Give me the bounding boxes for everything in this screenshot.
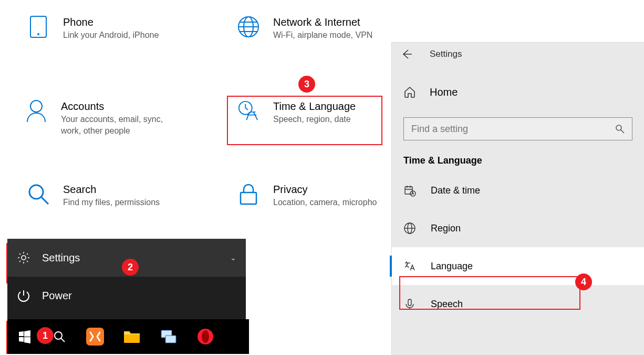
taskbar-app-explorer[interactable] <box>113 319 150 354</box>
svg-point-7 <box>30 100 42 112</box>
svg-line-22 <box>621 130 624 133</box>
globe-icon <box>403 222 416 235</box>
svg-point-1 <box>37 33 39 35</box>
taskbar-app-xampp[interactable] <box>77 319 113 354</box>
start-menu-panel: Settings ⌄ Power <box>7 239 246 319</box>
sidebar-item-datetime[interactable]: Date & time <box>392 171 644 209</box>
svg-point-21 <box>616 125 621 130</box>
search-input[interactable] <box>411 124 615 135</box>
sidebar-item-region[interactable]: Region <box>392 209 644 247</box>
svg-rect-16 <box>124 334 140 343</box>
svg-point-20 <box>202 330 209 343</box>
phone-icon <box>27 16 49 38</box>
search-icon <box>53 330 66 343</box>
sidebar-home-label: Home <box>430 86 458 98</box>
sidebar-section-title: Time & Language <box>392 140 644 171</box>
language-icon <box>403 260 416 272</box>
sidebar-item-label: Language <box>431 261 473 272</box>
time-language-icon <box>237 100 259 122</box>
lock-icon <box>237 183 259 205</box>
home-icon <box>403 86 416 98</box>
category-desc: Wi-Fi, airplane mode, VPN <box>273 29 372 41</box>
sidebar-header: Settings <box>392 43 644 66</box>
svg-rect-18 <box>165 336 176 343</box>
step-badge-1: 1 <box>37 327 54 344</box>
windows-icon <box>18 330 32 343</box>
category-network[interactable]: Network & Internet Wi-Fi, airplane mode,… <box>237 16 372 41</box>
svg-rect-15 <box>86 328 104 346</box>
category-desc: Speech, region, date <box>273 114 356 125</box>
svg-rect-23 <box>405 187 412 194</box>
svg-point-9 <box>29 185 43 199</box>
step-badge-2: 2 <box>122 259 139 276</box>
start-power-item[interactable]: Power <box>7 277 246 315</box>
search-icon <box>27 183 49 205</box>
category-search[interactable]: Search Find my files, permissions <box>27 183 160 208</box>
highlight-box-4 <box>399 276 580 310</box>
category-title: Accounts <box>61 100 171 113</box>
category-desc: Your accounts, email, sync, work, other … <box>61 114 171 136</box>
category-title: Time & Language <box>273 100 356 113</box>
globe-icon <box>237 16 259 38</box>
category-title: Privacy <box>273 183 377 196</box>
gear-icon <box>17 251 30 265</box>
start-power-label: Power <box>42 290 72 302</box>
category-phone[interactable]: Phone Link your Android, iPhone <box>27 16 159 41</box>
taskbar-app-generic[interactable] <box>150 319 187 354</box>
step-badge-4: 4 <box>575 273 592 290</box>
category-accounts[interactable]: Accounts Your accounts, email, sync, wor… <box>25 100 183 136</box>
category-desc: Find my files, permissions <box>63 197 160 208</box>
sidebar-title: Settings <box>430 49 462 59</box>
category-title: Network & Internet <box>273 16 372 28</box>
category-time-language[interactable]: Time & Language Speech, region, date <box>237 100 356 125</box>
category-title: Search <box>63 183 160 196</box>
sidebar-search[interactable] <box>403 117 632 140</box>
start-settings-label: Settings <box>42 252 80 264</box>
xampp-icon <box>86 328 104 346</box>
power-icon <box>17 289 30 302</box>
folder-icon <box>123 329 141 344</box>
computer-icon <box>160 329 177 344</box>
datetime-icon <box>403 184 416 197</box>
person-icon <box>25 100 47 122</box>
svg-rect-11 <box>241 192 256 204</box>
svg-line-14 <box>61 338 65 342</box>
sidebar-home[interactable]: Home <box>392 76 644 108</box>
svg-point-13 <box>55 332 62 339</box>
category-privacy[interactable]: Privacy Location, camera, micropho <box>237 183 377 208</box>
sidebar-item-label: Region <box>431 223 461 234</box>
category-desc: Link your Android, iPhone <box>63 29 159 41</box>
chevron-down-icon: ⌄ <box>230 253 236 262</box>
opera-icon <box>197 328 214 345</box>
search-icon <box>615 124 625 134</box>
category-desc: Location, camera, micropho <box>273 197 377 208</box>
svg-line-10 <box>41 197 48 204</box>
sidebar-item-label: Date & time <box>431 185 480 196</box>
taskbar-app-opera[interactable] <box>187 319 224 354</box>
back-button[interactable] <box>401 49 412 59</box>
step-badge-3: 3 <box>298 76 315 93</box>
category-title: Phone <box>63 16 159 28</box>
svg-point-12 <box>22 256 26 260</box>
